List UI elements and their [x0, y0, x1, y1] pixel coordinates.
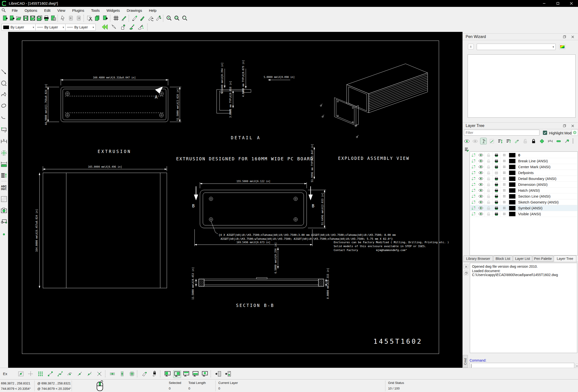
move-entities-icon[interactable] — [488, 138, 495, 144]
layer-lock-icon[interactable] — [485, 182, 493, 187]
maximize-button[interactable] — [551, 0, 565, 7]
layer-print-icon[interactable] — [493, 182, 500, 187]
layer-print-icon[interactable] — [493, 158, 500, 164]
drawing-canvas[interactable]: 160.4800 mm\X[6.318±0.047 in] 44.9000 mm… — [8, 32, 462, 368]
command-history[interactable]: Opened dwg file version dwg version 2010… — [470, 263, 577, 353]
construction-toggle-icon[interactable] — [470, 182, 477, 187]
save-all-icon[interactable] — [36, 15, 43, 21]
layer-row[interactable]: Break Line (ANSI) — [470, 158, 577, 164]
layer-lock-icon[interactable] — [485, 170, 493, 176]
spline-tool-icon[interactable] — [0, 91, 7, 98]
layer-construction-hash-icon[interactable] — [500, 205, 508, 211]
grid-toggle-icon[interactable] — [113, 15, 119, 21]
layer-print-icon[interactable] — [493, 199, 500, 205]
layer-lock-icon[interactable] — [485, 164, 493, 170]
layer-construction-hash-icon[interactable] — [500, 176, 508, 182]
snap-points-icon[interactable] — [37, 370, 44, 378]
tab-library-browser[interactable]: Library Browser — [463, 256, 493, 262]
paste-icon[interactable] — [102, 15, 108, 21]
layer-color-swatch[interactable] — [509, 200, 515, 205]
layer-construction-hash-icon[interactable] — [500, 158, 508, 164]
layer-row-selected[interactable]: Symbol (ANSI) — [470, 205, 577, 211]
layer-name[interactable]: Hatch (ANSI) — [516, 188, 540, 192]
layer-print-icon[interactable] — [493, 211, 500, 217]
layer-print-icon[interactable] — [493, 187, 500, 193]
menu-help[interactable]: Help — [145, 8, 160, 12]
layer-construction-hash-icon[interactable] — [500, 211, 508, 217]
copy-icon[interactable] — [94, 15, 100, 21]
menu-file[interactable]: File — [8, 8, 21, 12]
layer-lock-icon[interactable] — [485, 176, 493, 182]
layer-print-icon[interactable] — [493, 152, 500, 158]
view-draft-icon[interactable] — [164, 370, 171, 378]
rename-layer-icon[interactable]: A — [514, 138, 520, 144]
layer-row[interactable]: Section Line (ANSI) — [470, 193, 577, 199]
block-tool-icon[interactable] — [0, 218, 7, 225]
layer-lock-icon[interactable] — [485, 152, 493, 158]
layer-print-icon[interactable] — [493, 205, 500, 211]
undo-icon[interactable] — [68, 15, 74, 21]
layer-color-swatch[interactable] — [509, 182, 515, 187]
layer-color-swatch[interactable] — [509, 212, 515, 216]
layer-color-swatch[interactable] — [509, 206, 515, 210]
color-picker-button[interactable] — [559, 44, 566, 49]
layer-visible-eye-icon[interactable] — [477, 158, 485, 164]
layer-color-swatch[interactable] — [509, 194, 515, 199]
add-snap-widget-icon[interactable] — [224, 370, 232, 378]
layer-name[interactable]: Symbol (ANSI) — [516, 206, 542, 210]
menu-widgets[interactable]: Widgets — [103, 8, 123, 12]
add-command-widget-icon[interactable] — [214, 370, 222, 378]
command-dock-tab[interactable]: Cmd — [463, 355, 468, 368]
back-double-arrow-icon[interactable] — [101, 24, 108, 30]
new-from-template-icon[interactable] — [9, 15, 15, 21]
hatch-tool-icon[interactable] — [0, 196, 7, 203]
layer-visible-eye-icon[interactable] — [477, 211, 485, 217]
unlock-all-icon[interactable] — [522, 138, 529, 144]
layer-color-swatch[interactable] — [509, 165, 515, 169]
layer-print-icon[interactable] — [493, 176, 500, 182]
layer-lock-icon[interactable] — [485, 187, 493, 193]
circle-tool-icon[interactable] — [0, 80, 7, 87]
image-tool-icon[interactable] — [0, 207, 7, 214]
draft-mode-icon[interactable] — [121, 15, 127, 21]
pen-color-select[interactable]: By Layer ▾ — [1, 24, 36, 31]
ellipse-tool-icon[interactable] — [0, 102, 7, 109]
layer-construction-hash-icon[interactable] — [500, 187, 508, 193]
zoom-in-icon[interactable] — [166, 15, 172, 21]
tab-block-list[interactable]: Block List — [493, 256, 513, 262]
float-panel-icon[interactable] — [562, 35, 567, 39]
construction-toggle-icon[interactable] — [470, 199, 477, 205]
layer-construction-hash-icon[interactable] — [500, 164, 508, 170]
restrict-horizontal-icon[interactable] — [109, 370, 116, 378]
float-panel-icon[interactable] — [562, 124, 567, 128]
restrict-orthogonal-icon[interactable] — [128, 370, 136, 378]
highlight-mode-checkbox[interactable] — [543, 131, 547, 135]
close-panel-icon[interactable] — [570, 124, 575, 128]
construction-toggle-icon[interactable] — [470, 205, 477, 211]
snap-endpoints-icon[interactable] — [47, 370, 54, 378]
tab-layer-tree[interactable]: Layer Tree — [554, 256, 576, 262]
hide-all-layers-icon[interactable] — [472, 138, 479, 144]
line-tool-icon[interactable] — [0, 69, 7, 76]
view-preview-icon[interactable] — [183, 370, 190, 378]
layer-print-icon[interactable] — [493, 164, 500, 170]
layer-construction-hash-icon[interactable] — [500, 170, 508, 176]
layer-filter-input[interactable] — [464, 130, 539, 135]
menu-plugins[interactable]: Plugins — [69, 8, 88, 12]
measure-tool-icon[interactable] — [0, 161, 7, 168]
modify-layer-icon[interactable] — [564, 138, 570, 144]
layer-name[interactable]: Center Mark (ANSI) — [516, 165, 551, 169]
snap-free-icon[interactable] — [17, 370, 25, 378]
view-normal-icon[interactable] — [173, 370, 181, 378]
layer-visible-eye-icon[interactable] — [477, 170, 485, 176]
lock-relative-zero-icon[interactable] — [151, 370, 158, 378]
layer-row[interactable]: Detail Boundary (ANSI) — [470, 176, 577, 182]
layer-visible-eye-icon[interactable] — [477, 205, 485, 211]
pen-width-select[interactable]: By Layer ▾ — [35, 24, 66, 31]
menu-tools[interactable]: Tools — [88, 8, 103, 12]
layer-color-swatch[interactable] — [509, 176, 515, 181]
layer-visible-eye-icon[interactable] — [477, 182, 485, 187]
layer-print-icon[interactable] — [493, 193, 500, 199]
layer-name[interactable]: Section Line (ANSI) — [516, 194, 551, 198]
layer-construction-hash-icon[interactable] — [500, 193, 508, 199]
